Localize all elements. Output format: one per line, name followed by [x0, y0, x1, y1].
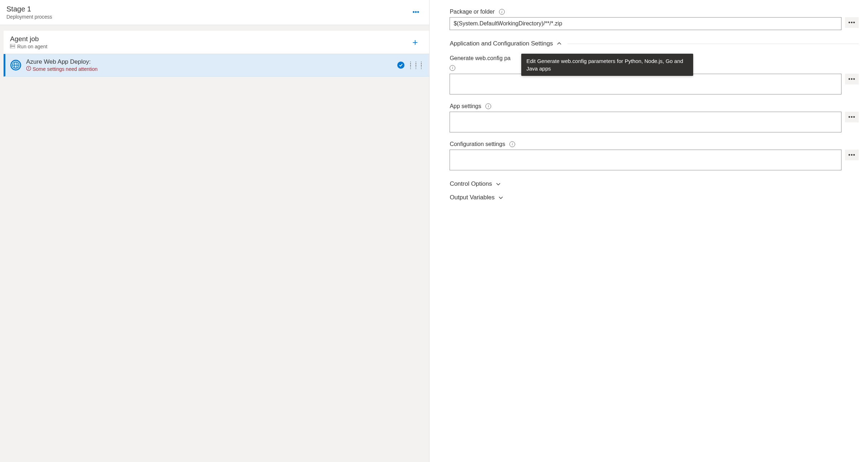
- agent-job-title: Agent job: [10, 35, 47, 43]
- browse-package-button[interactable]: •••: [845, 17, 859, 28]
- svg-rect-0: [10, 44, 15, 46]
- task-enabled-badge[interactable]: [397, 62, 404, 69]
- svg-point-2: [11, 44, 11, 45]
- control-options-title: Control Options: [450, 180, 492, 188]
- server-icon: [10, 44, 15, 49]
- app-config-title: Application and Configuration Settings: [450, 40, 553, 47]
- chevron-down-icon: [496, 181, 501, 186]
- app-config-section-header[interactable]: Application and Configuration Settings: [450, 40, 859, 47]
- configsettings-input[interactable]: [450, 150, 841, 170]
- output-variables-header[interactable]: Output Variables: [450, 194, 859, 201]
- output-variables-title: Output Variables: [450, 194, 494, 201]
- webconfig-input[interactable]: [450, 74, 841, 94]
- info-icon[interactable]: i: [485, 103, 491, 109]
- agent-job-card[interactable]: Agent job Run on agent +: [4, 31, 429, 54]
- info-icon[interactable]: i: [499, 9, 505, 15]
- package-folder-label: Package or folder: [450, 9, 494, 15]
- task-warning: Some settings need attention: [33, 66, 97, 72]
- svg-point-3: [11, 47, 11, 48]
- task-row[interactable]: Azure Web App Deploy: Some settings need…: [4, 54, 429, 77]
- configsettings-label: Configuration settings: [450, 141, 505, 147]
- control-options-header[interactable]: Control Options: [450, 180, 859, 188]
- appsettings-browse-button[interactable]: •••: [845, 112, 859, 122]
- more-button[interactable]: •••: [409, 7, 423, 18]
- stage-title: Stage 1: [6, 5, 52, 13]
- tooltip: Edit Generate web.config parameters for …: [521, 54, 693, 76]
- agent-job-subtitle: Run on agent: [17, 44, 47, 49]
- chevron-down-icon: [498, 195, 503, 200]
- appsettings-label: App settings: [450, 103, 481, 110]
- drag-handle[interactable]: ⋮⋮⋮⋮⋮⋮⋮⋮⋮: [408, 63, 424, 68]
- stage-header: Stage 1 Deployment process •••: [0, 0, 429, 25]
- info-icon[interactable]: i: [509, 141, 515, 147]
- divider: [567, 44, 859, 44]
- configsettings-browse-button[interactable]: •••: [845, 150, 859, 160]
- appsettings-input[interactable]: [450, 112, 841, 132]
- info-icon[interactable]: i: [450, 65, 455, 71]
- stage-subtitle: Deployment process: [6, 14, 52, 20]
- svg-rect-1: [10, 47, 15, 48]
- add-task-button[interactable]: +: [407, 35, 423, 49]
- webconfig-label: Generate web.config pa: [450, 55, 510, 62]
- webconfig-browse-button[interactable]: •••: [845, 74, 859, 84]
- chevron-up-icon: [557, 41, 562, 46]
- package-folder-input[interactable]: [450, 17, 841, 30]
- tooltip-text: Edit Generate web.config parameters for …: [526, 58, 683, 72]
- azure-webapp-icon: [10, 60, 21, 70]
- svg-point-9: [28, 69, 29, 70]
- task-title: Azure Web App Deploy:: [26, 58, 97, 65]
- warning-icon: [26, 66, 31, 72]
